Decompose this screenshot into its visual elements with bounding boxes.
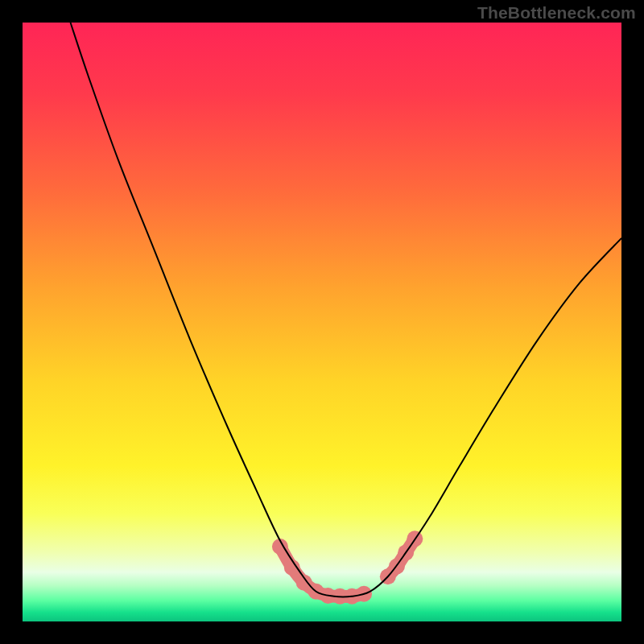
chart-frame: TheBottleneck.com	[0, 0, 644, 644]
chart-svg	[23, 23, 621, 621]
gradient-background	[23, 23, 621, 621]
plot-area	[23, 23, 621, 621]
watermark-text: TheBottleneck.com	[477, 3, 636, 23]
